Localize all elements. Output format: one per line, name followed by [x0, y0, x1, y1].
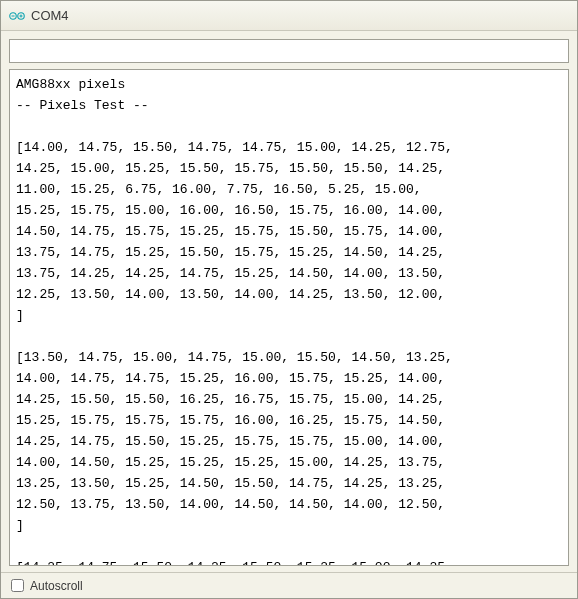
bottom-bar: Autoscroll [1, 572, 577, 598]
out-line: [13.50, 14.75, 15.00, 14.75, 15.00, 15.5… [16, 350, 453, 365]
out-line: 14.25, 15.00, 15.25, 15.50, 15.75, 15.50… [16, 161, 445, 176]
out-line: 14.00, 14.50, 15.25, 15.25, 15.25, 15.00… [16, 455, 445, 470]
out-line: 14.25, 15.50, 15.50, 16.25, 16.75, 15.75… [16, 392, 445, 407]
serial-monitor-window: COM4 AMG88xx pixels -- Pixels Test -- [1… [0, 0, 578, 599]
out-line: 13.25, 13.50, 15.25, 14.50, 15.50, 14.75… [16, 476, 445, 491]
out-line: 11.00, 15.25, 6.75, 16.00, 7.75, 16.50, … [16, 182, 422, 197]
titlebar: COM4 [1, 1, 577, 31]
arduino-icon [9, 8, 25, 24]
out-line: AMG88xx pixels [16, 77, 125, 92]
out-line: [14.00, 14.75, 15.50, 14.75, 14.75, 15.0… [16, 140, 453, 155]
out-line: ] [16, 308, 24, 323]
out-line: 12.50, 13.75, 13.50, 14.00, 14.50, 14.50… [16, 497, 445, 512]
out-line: -- Pixels Test -- [16, 98, 149, 113]
out-line: 15.25, 15.75, 15.00, 16.00, 16.50, 15.75… [16, 203, 445, 218]
out-line: 12.25, 13.50, 14.00, 13.50, 14.00, 14.25… [16, 287, 445, 302]
out-line: 13.75, 14.75, 15.25, 15.50, 15.75, 15.25… [16, 245, 445, 260]
send-input[interactable] [9, 39, 569, 63]
out-line: 15.25, 15.75, 15.75, 15.75, 16.00, 16.25… [16, 413, 445, 428]
out-line: 14.00, 14.75, 14.75, 15.25, 16.00, 15.75… [16, 371, 445, 386]
out-line: 13.75, 14.25, 14.25, 14.75, 15.25, 14.50… [16, 266, 445, 281]
send-row [1, 31, 577, 69]
autoscroll-checkbox[interactable] [11, 579, 24, 592]
output-frame: AMG88xx pixels -- Pixels Test -- [14.00,… [9, 69, 569, 566]
serial-output[interactable]: AMG88xx pixels -- Pixels Test -- [14.00,… [10, 70, 568, 565]
out-line: ] [16, 518, 24, 533]
out-line: 14.50, 14.75, 15.75, 15.25, 15.75, 15.50… [16, 224, 445, 239]
out-line: 14.25, 14.75, 15.50, 15.25, 15.75, 15.75… [16, 434, 445, 449]
out-line: [14.25, 14.75, 15.50, 14.25, 15.50, 15.2… [16, 560, 453, 565]
autoscroll-label[interactable]: Autoscroll [30, 579, 83, 593]
window-title: COM4 [31, 8, 69, 23]
